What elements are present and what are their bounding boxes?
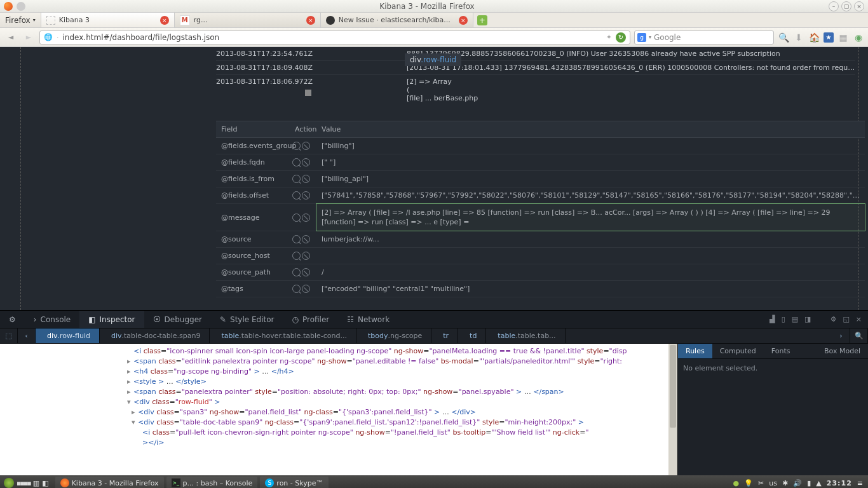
breadcrumb-item[interactable]: tr	[431, 329, 458, 343]
tab-debugger[interactable]: ⦿Debugger	[144, 311, 211, 328]
filter-in-icon[interactable]	[292, 191, 301, 200]
close-icon[interactable]: ×	[160, 16, 169, 25]
new-tab-button[interactable]: +	[473, 13, 491, 27]
firefox-menu-button[interactable]: Firefox▾	[0, 13, 41, 27]
filter-in-icon[interactable]	[292, 158, 301, 166]
filter-out-icon[interactable]	[302, 285, 310, 293]
taskbar-app-skype[interactable]: S ron - Skype™	[260, 477, 328, 488]
tab-style-editor[interactable]: ✎Style Editor	[211, 311, 283, 328]
filter-in-icon[interactable]	[292, 268, 301, 276]
search-dom-button[interactable]: 🔍	[850, 329, 868, 343]
tray-icon[interactable]: ◧	[42, 479, 48, 487]
home-icon[interactable]: 🏠	[808, 32, 820, 43]
maximize-button[interactable]: ▢	[841, 1, 851, 11]
field-row[interactable]: @fields.fqdn[" "]	[216, 154, 865, 171]
scrollbar[interactable]	[668, 344, 677, 475]
download-icon[interactable]: ⬇	[793, 32, 804, 43]
paint-icon[interactable]: ▟	[770, 315, 775, 323]
forward-button[interactable]: ►	[22, 30, 36, 44]
breadcrumb-item[interactable]: table.table-hover.table.table-cond...	[210, 329, 356, 343]
tab-network[interactable]: ☷Network	[338, 311, 398, 328]
devtools-close-icon[interactable]: ×	[856, 315, 862, 323]
battery-icon[interactable]: ▮	[807, 479, 811, 487]
log-row[interactable]: 2013-08-31T17:18:06.972Z [2] => Array ( …	[216, 75, 855, 105]
taskbar-app-firefox[interactable]: Kibana 3 - Mozilla Firefox	[55, 477, 164, 488]
field-row[interactable]: @fields.events_group["billing"]	[216, 138, 865, 154]
back-button[interactable]: ◄	[4, 30, 18, 44]
network-icon[interactable]: ▲	[816, 479, 821, 487]
popout-icon[interactable]: ◱	[843, 315, 849, 323]
taskbar-app-konsole[interactable]: >_ p... : bash – Konsole	[166, 477, 258, 488]
volume-icon[interactable]: 🔊	[793, 479, 802, 487]
breadcrumb-item[interactable]: div.table-doc-table.span9	[100, 329, 210, 343]
field-row[interactable]: @tags["encoded" "billing" "central1" "mu…	[216, 281, 865, 297]
breadcrumb-item[interactable]: table.table.tab...	[486, 329, 565, 343]
field-row[interactable]: @sourcelumberjack://w...	[216, 231, 865, 248]
filter-out-icon[interactable]	[302, 158, 310, 166]
tab-github[interactable]: New Issue · elasticsearch/kiba... ×	[321, 13, 473, 27]
filter-out-icon[interactable]	[302, 214, 310, 222]
breadcrumb-item[interactable]: tbody.ng-scope	[356, 329, 431, 343]
filter-out-icon[interactable]	[302, 268, 310, 276]
filter-in-icon[interactable]	[292, 214, 301, 222]
breadcrumb-item[interactable]: td	[458, 329, 486, 343]
rss-icon[interactable]: ✦	[606, 33, 612, 41]
feed-icon[interactable]: ▦	[837, 32, 849, 43]
side-tab-fonts[interactable]: Fonts	[764, 344, 798, 358]
breadcrumb-item[interactable]: div.row-fluid	[36, 329, 100, 343]
minimize-button[interactable]: –	[829, 1, 839, 11]
side-tab-boxmodel[interactable]: Box Model	[817, 344, 868, 358]
tray-icon[interactable]: ✂	[758, 479, 764, 487]
clock[interactable]: 23:12	[827, 479, 852, 487]
close-icon[interactable]: ×	[459, 16, 468, 25]
evernote-icon[interactable]: ◉	[853, 32, 864, 43]
filter-in-icon[interactable]	[292, 285, 301, 293]
bookmarks-icon[interactable]: ★	[824, 32, 834, 43]
scratchpad-icon[interactable]: ▤	[792, 315, 798, 323]
binoculars-icon[interactable]: 🔍	[778, 32, 789, 43]
log-row[interactable]: 2013-08-31T17:18:09.408Z [2013-08-31 17:…	[216, 61, 855, 75]
close-button[interactable]: ×	[854, 1, 864, 11]
options-icon[interactable]: ⚙	[831, 315, 837, 323]
filter-in-icon[interactable]	[292, 142, 301, 150]
field-row[interactable]: @message[2] => Array ( [file] => /l ase.…	[216, 204, 865, 231]
start-button[interactable]	[4, 478, 14, 488]
crumb-prev-button[interactable]: ‹	[18, 329, 36, 343]
tab-kibana[interactable]: Kibana 3 ×	[41, 13, 175, 27]
tab-gmail[interactable]: M rg... ×	[175, 13, 321, 27]
tray-icon[interactable]: ●	[733, 479, 739, 487]
close-icon[interactable]: ×	[306, 16, 315, 25]
dock-icon[interactable]: ◨	[804, 315, 811, 323]
field-row[interactable]: @fields.is_from["billing_api"]	[216, 171, 865, 187]
bluetooth-icon[interactable]: ✱	[782, 479, 788, 487]
side-tab-computed[interactable]: Computed	[712, 344, 764, 358]
log-row[interactable]: 2013-08-31T17:23:54.761Z 888] 1377969829…	[216, 47, 855, 61]
search-bar[interactable]: g ▾ Google	[634, 30, 774, 44]
filter-in-icon[interactable]	[292, 175, 301, 183]
responsive-icon[interactable]: ▯	[782, 315, 785, 323]
filter-out-icon[interactable]	[302, 235, 310, 243]
inspect-toggle-button[interactable]: ⬚	[0, 329, 18, 343]
filter-out-icon[interactable]	[302, 252, 310, 260]
crumb-next-button[interactable]: ›	[832, 329, 850, 343]
keyboard-layout[interactable]: us	[769, 479, 777, 487]
pager-icon[interactable]: ▪▪▪▪	[17, 479, 31, 487]
filter-in-icon[interactable]	[292, 235, 301, 243]
filter-in-icon[interactable]	[292, 252, 301, 260]
devtools-toggle-button[interactable]: ⚙	[0, 311, 25, 328]
filter-out-icon[interactable]	[302, 142, 310, 150]
url-bar[interactable]: 🌐 · index.html#/dashboard/file/logstash.…	[39, 30, 630, 44]
filter-out-icon[interactable]	[302, 191, 310, 200]
field-row[interactable]: @source_host	[216, 248, 865, 264]
tab-profiler[interactable]: ◷Profiler	[283, 311, 338, 328]
tab-console[interactable]: ›Console	[25, 311, 79, 328]
tray-icon[interactable]: 💡	[744, 479, 753, 487]
side-tab-rules[interactable]: Rules	[678, 344, 712, 358]
reload-button[interactable]: ↻	[616, 32, 626, 43]
field-row[interactable]: @source_path/	[216, 264, 865, 281]
field-row[interactable]: @fields.offset["57841","57858","57868","…	[216, 187, 865, 204]
tray-icon[interactable]: ▥	[33, 479, 39, 487]
tray-menu-icon[interactable]: ≡	[857, 479, 863, 487]
dom-tree[interactable]: <i class="icon-spinner small icon-spin i…	[0, 344, 677, 475]
tab-inspector[interactable]: ◧Inspector	[79, 311, 144, 328]
